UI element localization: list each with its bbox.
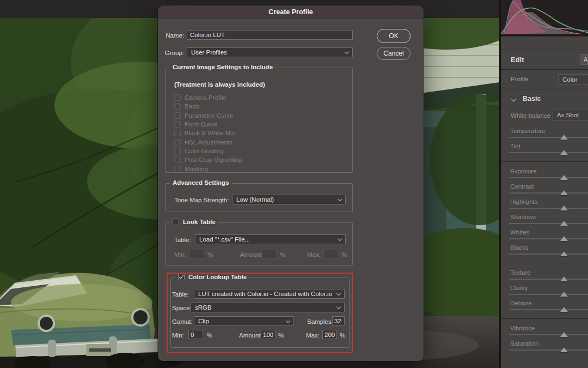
slider-track[interactable] — [509, 208, 588, 209]
slider-thumb[interactable] — [560, 347, 568, 352]
checkbox-row-hsl: HSL Adjustments — [174, 137, 348, 146]
chevron-down-icon — [336, 291, 341, 295]
slider-thumb[interactable] — [560, 332, 568, 337]
checkbox-unchecked-icon[interactable] — [174, 139, 181, 146]
slider-track[interactable] — [509, 177, 588, 178]
checkbox-unchecked-icon[interactable] — [174, 94, 181, 101]
slider-thumb[interactable] — [560, 276, 568, 281]
dialog-titlebar[interactable]: Create Profile — [158, 5, 424, 19]
histogram[interactable] — [501, 0, 588, 36]
checkbox-unchecked-icon[interactable] — [174, 112, 181, 119]
table-label: Table: — [172, 291, 189, 298]
profile-dropdown[interactable]: Color — [558, 74, 588, 85]
edit-panel: Edit Auto Profile Color Basic White bala… — [499, 0, 588, 368]
slider-thumb[interactable] — [560, 135, 568, 140]
slider-thumb[interactable] — [560, 307, 568, 312]
slider-track[interactable] — [509, 334, 588, 335]
space-dropdown[interactable]: sRGB — [191, 303, 345, 312]
look-table-checkbox-unchecked-icon[interactable] — [173, 219, 179, 225]
checkbox-unchecked-icon[interactable] — [174, 121, 181, 128]
percent-label: % — [340, 332, 345, 339]
tone-map-label: Tone Map Strength: — [174, 197, 229, 203]
create-profile-dialog: Create Profile Name: OK Group: User Prof… — [158, 5, 424, 361]
slider-thumb[interactable] — [560, 190, 568, 195]
profile-row: Profile Color — [501, 70, 588, 89]
group-dropdown[interactable]: User Profiles — [187, 47, 353, 57]
chevron-down-icon — [338, 236, 342, 240]
checkbox-unchecked-icon[interactable] — [174, 148, 181, 154]
slider-thumb[interactable] — [560, 221, 568, 226]
slider-thumb[interactable] — [560, 236, 568, 241]
basic-section-header[interactable]: Basic — [501, 93, 588, 106]
slider-track[interactable] — [509, 238, 588, 239]
chevron-down-icon — [345, 49, 349, 53]
slider-thumb[interactable] — [560, 251, 568, 256]
percent-label: % — [341, 251, 347, 258]
min-field[interactable] — [188, 330, 203, 339]
tone-map-dropdown[interactable]: Low (Normal) — [232, 195, 346, 204]
amount-field[interactable] — [261, 330, 275, 339]
dialog-title: Create Profile — [268, 8, 313, 16]
slider-blacks: Blacks — [501, 244, 588, 258]
slider-track[interactable] — [509, 192, 588, 194]
max-label: Max: — [307, 251, 321, 258]
treatment-note: (Treatment is always included) — [174, 81, 265, 88]
clut-table-dropdown[interactable]: LUT created with Color.io - Created with… — [194, 289, 345, 299]
white-balance-dropdown[interactable]: As Shot — [553, 110, 588, 120]
amount-field-disabled — [262, 250, 277, 259]
auto-button[interactable]: Auto — [580, 54, 588, 65]
slider-thumb[interactable] — [560, 175, 568, 180]
slider-saturation: Saturation — [501, 340, 588, 354]
slider-thumb[interactable] — [560, 292, 568, 297]
basic-section-label: Basic — [523, 95, 541, 102]
min-label: Min: — [172, 332, 184, 339]
checkbox-unchecked-icon[interactable] — [174, 166, 181, 172]
slider-track[interactable] — [509, 279, 588, 280]
checkmark-icon — [179, 274, 183, 279]
checkbox-row-masking: Masking — [174, 164, 348, 173]
checkbox-row-camera-profile: Camera Profile — [174, 93, 348, 102]
percent-label: % — [278, 332, 284, 339]
advanced-settings-legend: Advanced Settings — [170, 179, 232, 186]
clut-checkbox-checked-icon[interactable] — [178, 274, 185, 280]
red-highlight-annotation: Color Lookup Table Table: LUT created wi… — [167, 273, 353, 353]
look-table-file-dropdown[interactable]: Load "*.csv" File... — [195, 234, 346, 244]
cancel-button[interactable]: Cancel — [377, 47, 411, 60]
advanced-settings-group: Advanced Settings Tone Map Strength: Low… — [165, 183, 353, 212]
slider-track[interactable] — [509, 294, 588, 295]
percent-label: % — [207, 332, 212, 339]
edit-header-row: Edit Auto — [501, 50, 588, 70]
slider-dehaze: Dehaze — [501, 300, 588, 314]
slider-thumb[interactable] — [560, 150, 568, 155]
gamut-dropdown[interactable]: Clip — [194, 316, 294, 326]
name-input[interactable] — [187, 30, 353, 40]
look-table-legend: Look Table — [183, 219, 216, 225]
look-table-group: Look Table Table: Load "*.csv" File... M… — [165, 222, 353, 266]
slider-track[interactable] — [509, 152, 588, 153]
slider-temperature: Temperature — [501, 128, 588, 142]
group-label: Group: — [158, 50, 184, 56]
checkbox-row-parametric-curve: Parametric Curve — [174, 111, 348, 120]
checkbox-unchecked-icon[interactable] — [174, 156, 181, 163]
slider-track[interactable] — [509, 137, 588, 138]
slider-thumb[interactable] — [560, 206, 568, 210]
app-window: Create Profile Name: OK Group: User Prof… — [0, 0, 588, 368]
slider-contrast: Contrast — [501, 183, 588, 197]
chevron-down-icon — [336, 304, 341, 309]
settings-group: Current Image Settings to Include (Treat… — [165, 68, 353, 173]
slider-track[interactable] — [509, 349, 588, 351]
white-balance-label: White balance — [511, 112, 550, 119]
slider-whites: Whites — [501, 229, 588, 243]
ok-button[interactable]: OK — [377, 29, 411, 43]
settings-group-legend: Current Image Settings to Include — [170, 64, 275, 70]
slider-track[interactable] — [509, 309, 588, 310]
slider-track[interactable] — [509, 223, 588, 224]
checkbox-unchecked-icon[interactable] — [174, 103, 181, 110]
samples-field[interactable] — [332, 316, 345, 325]
slider-track[interactable] — [509, 254, 588, 255]
checkbox-row-color-grading: Color Grading — [174, 147, 348, 155]
max-field-disabled — [323, 250, 338, 259]
max-field[interactable] — [322, 330, 337, 339]
checkbox-unchecked-icon[interactable] — [174, 130, 181, 136]
slider-vibrance: Vibrance — [501, 325, 588, 339]
